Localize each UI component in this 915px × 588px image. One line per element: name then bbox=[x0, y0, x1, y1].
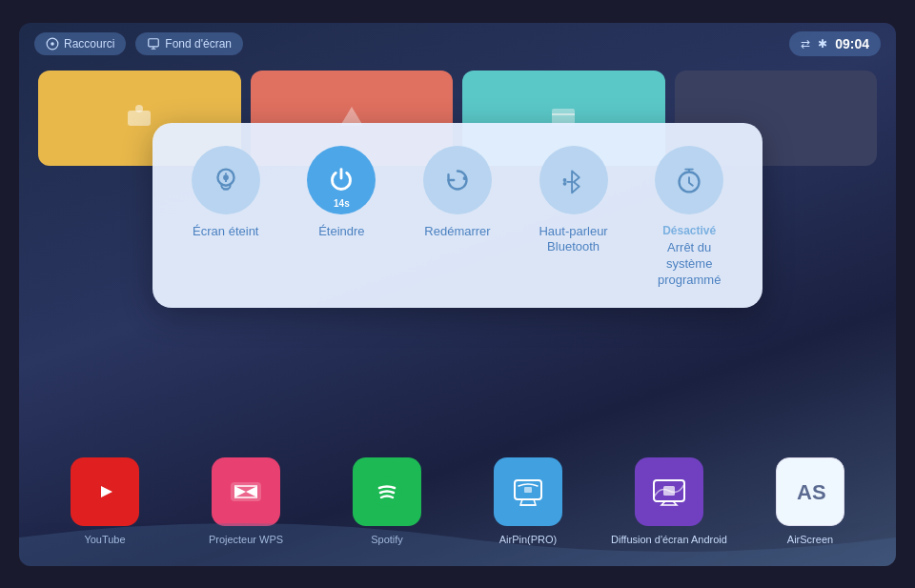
power-item-ecran-eteint[interactable]: Écran éteint bbox=[181, 146, 271, 240]
bluetooth-circle bbox=[539, 146, 608, 214]
spotify-icon bbox=[368, 473, 406, 511]
wave-decoration bbox=[19, 509, 896, 566]
clock: 09:04 bbox=[835, 36, 869, 51]
countdown-label: 14s bbox=[334, 198, 350, 209]
eteindre-circle: 14s bbox=[307, 146, 376, 214]
top-bar: Raccourci Fond d'écran ⇄ ✱ 09:04 bbox=[19, 23, 896, 65]
arret-circle bbox=[655, 146, 723, 214]
redemarrer-circle bbox=[423, 146, 492, 214]
power-item-eteindre[interactable]: 14s Éteindre bbox=[297, 146, 387, 240]
power-item-bluetooth[interactable]: Haut-parleur Bluetooth bbox=[529, 146, 619, 256]
bluetooth-icon: ✱ bbox=[818, 37, 827, 51]
screen: Raccourci Fond d'écran ⇄ ✱ 09:04 bbox=[19, 23, 896, 566]
svg-text:AS: AS bbox=[797, 480, 826, 504]
diffusion-icon bbox=[650, 473, 688, 511]
arret-label: Arrêt du système programmé bbox=[644, 240, 734, 289]
desactive-label: Désactivé bbox=[662, 224, 716, 239]
timer-icon bbox=[671, 162, 707, 198]
svg-point-10 bbox=[223, 174, 229, 180]
svg-point-1 bbox=[51, 42, 54, 46]
svg-rect-29 bbox=[524, 487, 532, 493]
raccourci-button[interactable]: Raccourci bbox=[34, 32, 126, 55]
power-item-redemarrer[interactable]: Redémarrer bbox=[413, 146, 502, 240]
svg-point-17 bbox=[562, 181, 566, 185]
fond-ecran-label: Fond d'écran bbox=[165, 37, 232, 51]
airpin-icon bbox=[509, 473, 547, 511]
ecran-eteint-circle bbox=[192, 146, 260, 214]
airscreen-icon: AS bbox=[791, 473, 829, 511]
power-menu: Écran éteint 14s Éteindre bbox=[152, 123, 762, 308]
power-item-arret[interactable]: Désactivé Arrêt du système programmé bbox=[644, 146, 734, 289]
eteindre-label: Éteindre bbox=[318, 224, 364, 240]
bluetooth-label: Haut-parleur Bluetooth bbox=[529, 224, 619, 256]
restart-icon bbox=[439, 162, 476, 198]
status-bar: ⇄ ✱ 09:04 bbox=[789, 31, 881, 56]
svg-rect-3 bbox=[128, 111, 151, 126]
raccourci-icon bbox=[46, 37, 59, 51]
wifi-icon: ⇄ bbox=[801, 37, 810, 51]
fond-ecran-icon bbox=[147, 37, 160, 51]
bg-card-yellow-icon bbox=[120, 99, 158, 137]
power-icon bbox=[323, 162, 359, 198]
raccourci-label: Raccourci bbox=[64, 37, 114, 51]
fond-ecran-button[interactable]: Fond d'écran bbox=[135, 32, 243, 55]
wps-icon bbox=[227, 473, 265, 511]
svg-point-16 bbox=[562, 178, 566, 182]
svg-point-4 bbox=[135, 105, 143, 112]
lightbulb-icon bbox=[208, 162, 244, 198]
svg-rect-31 bbox=[663, 486, 675, 496]
bluetooth-audio-icon bbox=[556, 162, 592, 198]
ecran-eteint-label: Écran éteint bbox=[193, 224, 258, 240]
redemarrer-label: Redémarrer bbox=[424, 224, 490, 240]
svg-rect-2 bbox=[149, 38, 159, 46]
youtube-icon bbox=[86, 473, 124, 511]
